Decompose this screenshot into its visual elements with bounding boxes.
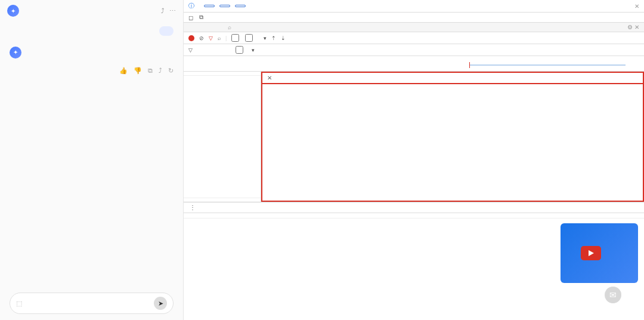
chat-header: ✦ ⤴ ⋯ [0,0,183,21]
share-icon[interactable]: ⤴ [159,67,162,75]
banner-btn-switch[interactable] [219,5,230,7]
filter-row: ▽ ▾ [184,44,644,56]
more-icon[interactable]: ⋯ [169,7,176,15]
preserve-log[interactable] [231,34,240,42]
chat-input-container: ⬚ ➤ [10,293,174,314]
column-header[interactable] [184,72,261,76]
search-bar: ⌕ ⚙ ✕ [184,23,644,32]
chat-pane: ✦ ⤴ ⋯ ✦ 👍 👎 ⧉ ⤴ ↻ ⬚ ➤ [0,0,184,320]
request-list [184,72,261,202]
close-icon[interactable]: ✕ [634,3,639,10]
info-icon: ⓘ [188,2,194,10]
language-banner: ⓘ ✕ [184,0,644,13]
upload-icon[interactable]: ⇡ [271,35,276,41]
invert-checkbox[interactable] [236,46,244,54]
thumbs-down-icon[interactable]: 👎 [134,67,142,75]
request-footer [184,198,261,202]
drawer-tabs: ⋮ [184,202,644,213]
detail-tabs: ✕ [261,72,644,84]
request-detail: ✕ [261,72,644,202]
assistant-avatar: ✦ [10,47,21,59]
drawer-subtitle [184,213,644,219]
devtools-pane: ⓘ ✕ ◻ ⧉ ⌕ ⚙ ✕ ⊘ ▽ ⌕ | ▾ ⇡ ⇣ ▽ ▾ [184,0,644,320]
disable-cache[interactable] [245,34,254,42]
network-toolbar: ⊘ ▽ ⌕ | ▾ ⇡ ⇣ [184,32,644,44]
model-avatar: ✦ [7,5,19,17]
drawer: ⋮ [184,202,644,320]
share-icon[interactable]: ⤴ [161,7,165,15]
attach-icon[interactable]: ⬚ [16,300,22,307]
banner-btn-dismiss[interactable] [235,5,246,7]
chevron-down-icon[interactable]: ▾ [264,35,267,41]
network-main: ✕ [184,72,644,202]
filter-icon[interactable]: ▽ [188,47,193,53]
banner-btn-match[interactable] [204,5,215,7]
clear-icon[interactable]: ⊘ [199,35,204,41]
close-icon[interactable]: ✕ [267,75,272,81]
regenerate-icon[interactable]: ↻ [168,67,174,75]
download-icon[interactable]: ⇣ [281,35,286,41]
network-timeline[interactable] [184,56,644,72]
search-icon[interactable]: ⌕ [218,35,221,41]
find-input[interactable] [235,24,627,30]
send-button[interactable]: ➤ [154,297,167,310]
thumbs-up-icon[interactable]: 👍 [119,67,128,75]
drawer-body [184,219,644,320]
device-icon[interactable]: ⧉ [199,14,203,21]
play-icon[interactable] [581,246,601,260]
promo-video[interactable] [561,223,638,283]
filter-input[interactable] [196,47,232,53]
followup-list [0,77,183,84]
copy-icon[interactable]: ⧉ [148,67,153,75]
assistant-message: ✦ [0,41,183,64]
response-body[interactable] [261,84,644,202]
devtools-tabs: ◻ ⧉ [184,13,644,23]
message-actions: 👍 👎 ⧉ ⤴ ↻ [0,64,183,77]
user-message [159,26,174,36]
inspect-icon[interactable]: ◻ [188,14,193,21]
record-icon[interactable] [188,35,194,41]
filter-icon[interactable]: ▽ [209,35,213,41]
chat-input[interactable] [26,300,154,307]
search-input[interactable] [188,24,224,30]
bottom-toolbar [0,282,183,289]
drawer-menu-icon[interactable]: ⋮ [190,204,196,211]
